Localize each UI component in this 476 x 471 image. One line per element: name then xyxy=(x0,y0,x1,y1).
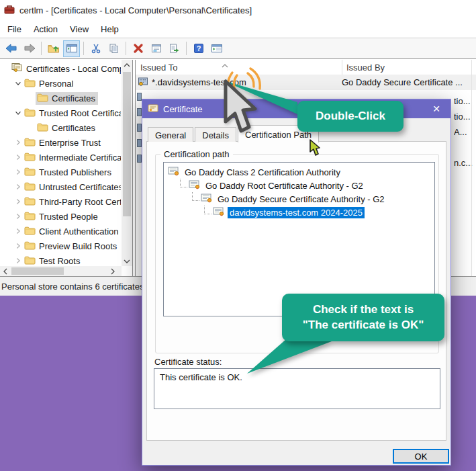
tree-item-intermediate-certificat[interactable]: Intermediate Certificat xyxy=(0,150,121,165)
tree-item-inner: Personal xyxy=(23,77,76,90)
certificate-icon xyxy=(168,167,180,178)
new-window-icon[interactable] xyxy=(208,40,225,57)
folder-icon xyxy=(24,137,36,148)
expander-placeholder xyxy=(0,64,10,73)
clipped-issued-by-text: tio... xyxy=(454,96,476,106)
certificate-icon xyxy=(148,103,158,115)
callout-text: Double-Click xyxy=(316,110,385,123)
tree-item-enterprise-trust[interactable]: Enterprise Trust xyxy=(0,135,121,150)
path-item-label: davidsystems-test.com 2024-2025 xyxy=(228,207,365,218)
tree-item-label: Certificates xyxy=(52,123,95,133)
double-click-callout: Double-Click xyxy=(297,101,403,132)
chevron-right-icon[interactable] xyxy=(13,182,23,191)
properties-icon[interactable] xyxy=(148,40,164,57)
folder-icon xyxy=(37,93,48,104)
chevron-right-icon[interactable] xyxy=(13,241,23,251)
tree-item-personal[interactable]: Personal xyxy=(0,76,121,91)
export-list-icon[interactable] xyxy=(166,40,183,57)
scroll-up-icon[interactable] xyxy=(122,60,132,70)
toolbar: ? xyxy=(0,38,476,59)
certificate-icon xyxy=(189,180,201,191)
tree-item-inner: Untrusted Certificates xyxy=(23,181,121,194)
menu-action[interactable]: Action xyxy=(28,22,64,37)
tree-item-inner: Trusted Root Certificat xyxy=(23,107,121,120)
copy-icon[interactable] xyxy=(105,40,122,57)
tree-item-untrusted-certificates[interactable]: Untrusted Certificates xyxy=(0,179,121,194)
desktop: certlm - [Certificates - Local Computer\… xyxy=(0,0,476,471)
help-icon[interactable]: ? xyxy=(190,40,207,57)
tree-item-preview-build-roots[interactable]: Preview Build Roots xyxy=(0,239,121,253)
scroll-down-icon[interactable] xyxy=(122,256,132,266)
tree-item-inner: Enterprise Trust xyxy=(23,136,103,149)
tree-item-inner: Trusted People xyxy=(23,210,101,223)
certificate-status-text: This certificate is OK. xyxy=(160,372,242,382)
console-tree-panel: Certificates - Local CompPersonalCertifi… xyxy=(0,60,133,276)
chevron-down-icon[interactable] xyxy=(13,79,23,88)
chevron-right-icon[interactable] xyxy=(13,197,23,206)
tree-item-label: Untrusted Certificates xyxy=(39,182,121,192)
certificate-icon xyxy=(213,207,225,218)
tree-item-inner: Certificates xyxy=(36,92,98,105)
path-item-go-daddy-root-certificate-authority-g2[interactable]: Go Daddy Root Certificate Authority - G2 xyxy=(164,179,434,192)
back-icon[interactable] xyxy=(3,40,19,57)
up-one-level-icon[interactable] xyxy=(45,40,62,57)
tree-item-third-party-root-certi[interactable]: Third-Party Root Certi xyxy=(0,194,121,209)
tree-item-inner: Certificates - Local Comp xyxy=(10,62,121,75)
scroll-right-icon[interactable] xyxy=(107,266,117,276)
certlm-app-icon xyxy=(4,4,15,17)
tree-item-certificates[interactable]: Certificates xyxy=(0,120,121,135)
folder-icon xyxy=(24,196,36,208)
tree-item-label: Test Roots xyxy=(39,256,80,266)
certificate-icon-fragment xyxy=(137,155,142,163)
chevron-down-icon[interactable] xyxy=(13,108,23,118)
certificate-icon-fragment xyxy=(137,108,142,116)
tree-item-trusted-root-certificat[interactable]: Trusted Root Certificat xyxy=(0,105,121,120)
path-item-go-daddy-secure-certificate-authority-g2[interactable]: Go Daddy Secure Certificate Authority - … xyxy=(164,192,434,206)
certificate-status-label: Certificate status: xyxy=(154,357,222,367)
tree-item-client-authentication[interactable]: Client Authentication xyxy=(0,224,121,239)
menu-view[interactable]: View xyxy=(64,22,95,37)
tree-item-certificates[interactable]: Certificates xyxy=(0,91,121,105)
delete-icon[interactable] xyxy=(130,40,146,57)
certificate-icon-fragment xyxy=(137,93,142,101)
certification-path-tab-page: Certification path Go Daddy Class 2 Cert… xyxy=(146,141,446,441)
list-header: Issued To Issued By xyxy=(136,60,476,75)
tree-item-label: Trusted People xyxy=(39,212,98,222)
tree-item-inner: Client Authentication xyxy=(23,225,121,238)
forward-icon[interactable] xyxy=(21,40,38,57)
show-console-tree-icon[interactable] xyxy=(63,40,80,57)
ok-button[interactable]: OK xyxy=(393,449,449,464)
scroll-left-icon[interactable] xyxy=(0,266,10,276)
tree-item-trusted-publishers[interactable]: Trusted Publishers xyxy=(0,165,121,179)
tree-item-label: Trusted Publishers xyxy=(39,167,111,177)
chevron-right-icon[interactable] xyxy=(13,226,23,236)
tab-general[interactable]: General xyxy=(148,127,193,142)
folder-icon xyxy=(24,78,36,89)
folder-icon xyxy=(24,255,36,267)
chevron-right-icon[interactable] xyxy=(13,153,23,162)
scrollbar-thumb[interactable] xyxy=(123,72,131,216)
tree-vertical-scrollbar[interactable] xyxy=(122,60,132,266)
close-icon[interactable]: ✕ xyxy=(422,99,450,118)
tree-item-label: Enterprise Trust xyxy=(39,138,101,148)
menu-help[interactable]: Help xyxy=(95,22,125,37)
cut-icon[interactable] xyxy=(87,40,104,57)
group-label: Certification path xyxy=(160,149,233,159)
small-cursor-icon xyxy=(309,138,322,157)
column-divider[interactable] xyxy=(342,60,342,75)
tree-item-trusted-people[interactable]: Trusted People xyxy=(0,209,121,224)
path-item-davidsystems-test-com-2024-2025[interactable]: davidsystems-test.com 2024-2025 xyxy=(164,206,434,219)
chevron-right-icon[interactable] xyxy=(13,256,23,265)
scrollbar-thumb[interactable] xyxy=(11,267,64,275)
chevron-right-icon[interactable] xyxy=(13,212,23,221)
path-item-label: Go Daddy Root Certificate Authority - G2 xyxy=(203,180,365,191)
path-item-go-daddy-class-2-certification-authority[interactable]: Go Daddy Class 2 Certification Authority xyxy=(164,165,434,179)
tree-item-certificates-local-comp[interactable]: Certificates - Local Comp xyxy=(0,61,121,76)
tree-horizontal-scrollbar[interactable] xyxy=(0,266,122,276)
chevron-right-icon[interactable] xyxy=(13,138,23,147)
menu-file[interactable]: File xyxy=(1,22,28,37)
tree-connector xyxy=(204,206,211,214)
column-header-issued-by[interactable]: Issued By xyxy=(342,62,385,73)
tree-item-inner: Intermediate Certificat xyxy=(23,151,121,164)
chevron-right-icon[interactable] xyxy=(13,167,23,177)
